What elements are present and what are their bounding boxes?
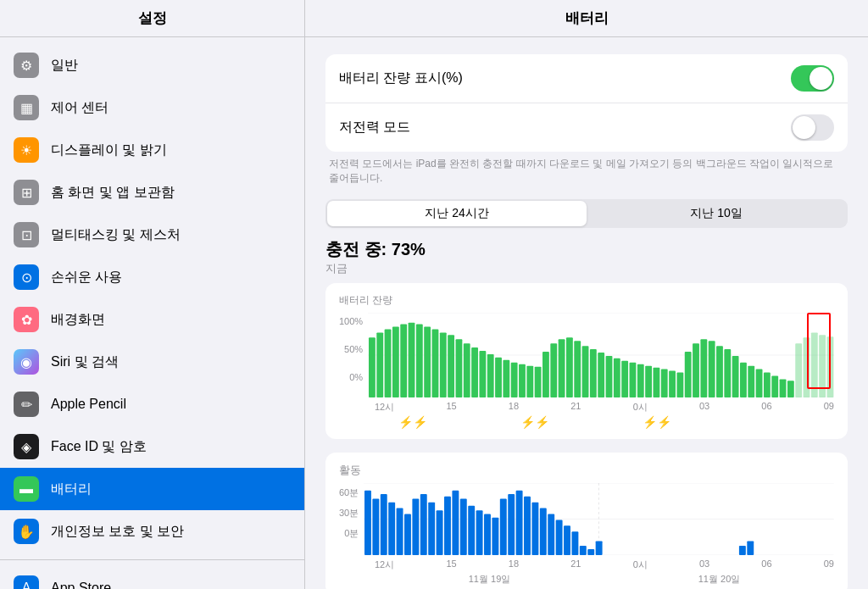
svg-rect-85 [516,491,523,555]
svg-rect-43 [685,352,692,397]
svg-rect-89 [548,514,554,555]
svg-rect-51 [748,366,754,397]
low-power-toggle[interactable] [791,114,834,141]
sidebar-item-pencil[interactable]: ✏Apple Pencil [0,383,304,425]
svg-rect-17 [480,351,487,397]
svg-rect-5 [385,329,392,397]
svg-rect-84 [508,494,515,555]
svg-rect-3 [369,337,376,397]
svg-rect-27 [559,339,565,397]
svg-rect-28 [566,337,573,397]
svg-rect-61 [827,336,834,397]
svg-rect-87 [532,503,539,555]
battery-chart-label: 배터리 잔량 [339,293,834,308]
sidebar-item-access[interactable]: ⊙손쉬운 사용 [0,256,304,298]
svg-rect-15 [464,343,470,397]
battery-time-label: 지금 [326,261,848,276]
sidebar-item-label-multi: 멀티태스킹 및 제스처 [51,226,181,244]
svg-rect-37 [637,364,644,397]
segment-10d[interactable]: 지난 10일 [587,201,846,226]
sidebar-item-control[interactable]: ▦제어 센터 [0,86,304,129]
sidebar: ⚙일반▦제어 센터☀디스플레이 및 밝기⊞홈 화면 및 앱 보관함⊡멀티태스킹 … [0,37,305,589]
wallpaper-icon: ✿ [14,307,39,332]
svg-rect-23 [527,366,534,397]
battery-percent-value: 충전 중: 73% [326,238,848,261]
svg-rect-45 [701,339,708,397]
svg-rect-72 [413,499,420,555]
svg-rect-40 [661,370,668,397]
svg-rect-58 [804,337,810,397]
date-label-1: 11월 19일 [469,573,511,586]
main-content: ⚙일반▦제어 센터☀디스플레이 및 밝기⊞홈 화면 및 앱 보관함⊡멀티태스킹 … [0,37,868,589]
svg-rect-59 [811,332,818,397]
sidebar-item-home[interactable]: ⊞홈 화면 및 앱 보관함 [0,171,304,214]
svg-rect-47 [716,346,723,397]
svg-rect-29 [574,341,581,397]
svg-rect-11 [432,329,439,397]
svg-rect-35 [621,361,628,397]
svg-rect-57 [795,343,802,397]
sidebar-group-2: AApp Store💳지갑 및 Apple Pay [0,567,304,589]
battery-percent-row: 배터리 잔량 표시(%) [326,54,848,103]
sidebar-item-label-general: 일반 [51,57,78,75]
y-label-0: 0% [339,372,363,382]
sidebar-group-1: ⚙일반▦제어 센터☀디스플레이 및 밝기⊞홈 화면 및 앱 보관함⊡멀티태스킹 … [0,44,304,553]
svg-rect-96 [739,546,746,555]
date-labels: 11월 19일 11월 20일 [339,573,834,586]
act-y-60: 60분 [339,486,359,499]
sidebar-item-label-home: 홈 화면 및 앱 보관함 [51,184,175,202]
svg-rect-30 [582,346,589,397]
svg-rect-92 [572,531,579,555]
detail-title: 배터리 [565,8,609,28]
svg-rect-10 [424,327,431,397]
svg-rect-18 [487,354,494,397]
svg-rect-69 [388,503,395,555]
battery-toggles-group: 배터리 잔량 표시(%) 저전력 모드 [326,54,848,152]
svg-rect-21 [511,363,518,397]
sidebar-item-appstore[interactable]: AApp Store [0,567,304,589]
date-label-2: 11월 20일 [698,573,741,586]
sidebar-item-label-pencil: Apple Pencil [51,397,126,412]
svg-rect-71 [404,514,411,555]
sidebar-item-faceid[interactable]: ◈Face ID 및 암호 [0,425,304,468]
sidebar-item-wallpaper[interactable]: ✿배경화면 [0,298,304,341]
svg-rect-60 [819,335,826,397]
sidebar-item-battery[interactable]: ▬배터리 [0,468,304,510]
svg-rect-50 [740,363,747,397]
svg-rect-93 [580,546,587,555]
svg-rect-13 [448,335,454,397]
segment-24h[interactable]: 지난 24시간 [327,201,587,226]
svg-rect-16 [471,347,478,397]
svg-rect-56 [787,381,794,397]
svg-rect-75 [437,510,443,555]
svg-rect-26 [550,343,557,397]
time-segment-control[interactable]: 지난 24시간 지난 10일 [326,199,848,228]
sidebar-item-siri[interactable]: ◉Siri 및 검색 [0,341,304,383]
svg-rect-83 [500,499,507,555]
svg-rect-73 [420,494,427,555]
svg-rect-34 [614,358,620,397]
detail-panel: 배터리 잔량 표시(%) 저전력 모드 저전력 모드에서는 iPad를 완전히 … [305,37,868,589]
activity-x-axis: 12시 15 18 21 0시 03 06 09 [339,558,834,571]
sidebar-item-multi[interactable]: ⊡멀티태스킹 및 제스처 [0,214,304,256]
battery-percent-toggle[interactable] [791,65,834,92]
charging-indicators: ⚡⚡ ⚡⚡ ⚡⚡ [339,415,834,429]
svg-rect-68 [381,494,387,555]
svg-rect-79 [468,506,475,555]
battery-chart-area [368,313,834,397]
svg-rect-24 [535,367,542,397]
svg-rect-14 [456,339,463,397]
sidebar-item-label-privacy: 개인정보 보호 및 보안 [51,523,184,541]
svg-rect-8 [409,323,415,397]
sidebar-item-general[interactable]: ⚙일반 [0,44,304,86]
activity-chart-label: 활동 [339,463,834,478]
control-icon: ▦ [14,95,39,120]
sidebar-item-label-display: 디스플레이 및 밝기 [51,142,167,159]
svg-rect-66 [364,491,371,555]
svg-rect-67 [373,499,380,555]
svg-rect-25 [542,352,549,397]
low-power-hint: 저전력 모드에서는 iPad를 완전히 충전할 때까지 다운로드 및 메일 가져… [326,157,848,186]
sidebar-item-privacy[interactable]: ✋개인정보 보호 및 보안 [0,510,304,553]
sidebar-item-display[interactable]: ☀디스플레이 및 밝기 [0,129,304,171]
svg-rect-22 [519,364,526,397]
